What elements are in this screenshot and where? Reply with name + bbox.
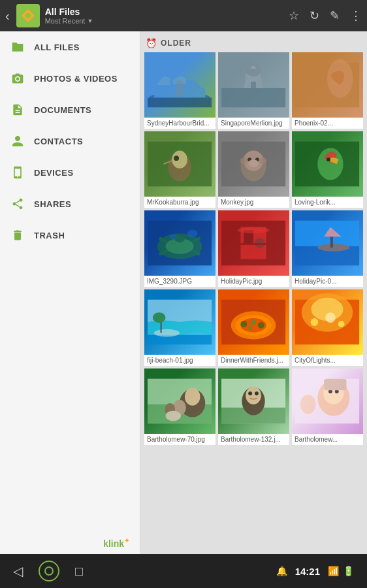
refresh-button[interactable]: ↻ [310, 8, 319, 23]
bottom-nav-icons: ◁ □ [13, 561, 83, 581]
file-label-11: CityOfLights... [292, 355, 363, 366]
status-area: 🔔 14:21 📶 🔋 [276, 566, 354, 577]
file-item-2[interactable]: Phoenix-02... [292, 52, 363, 129]
thumbnail-1 [218, 52, 289, 118]
file-label-10: DinnerWithFriends.j... [218, 355, 289, 366]
sidebar-item-documents[interactable]: DOCUMENTS [0, 94, 140, 125]
file-label-2: Phoenix-02... [292, 118, 363, 129]
sidebar-item-contacts[interactable]: CONTACTS [0, 125, 140, 157]
notification-area: 🔔 [276, 566, 287, 576]
section-label: OLDER [161, 39, 191, 48]
svg-point-22 [259, 157, 267, 164]
svg-rect-5 [177, 80, 184, 97]
file-label-3: MrKookaburra.jpg [144, 197, 215, 208]
svg-point-81 [300, 395, 316, 414]
thumbnail-13 [218, 368, 289, 434]
svg-point-59 [311, 318, 319, 326]
svg-rect-6 [221, 88, 285, 107]
sidebar-label-all-files: ALL FILES [34, 42, 80, 52]
sidebar-item-photos-videos[interactable]: PHOTOS & VIDEOS [0, 63, 140, 94]
top-bar: ‹ All Files Most Recent ▼ ☆ ↻ ✎ ⋮ [0, 0, 367, 31]
sidebar-label-trash: TRASH [34, 231, 65, 240]
sidebar-label-photos: PHOTOS & VIDEOS [34, 74, 118, 84]
file-item-0[interactable]: SydneyHarbourBrid... [144, 52, 215, 129]
sidebar-item-all-files[interactable]: ALL FILES [0, 31, 140, 63]
svg-point-60 [326, 312, 336, 323]
sidebar-item-trash[interactable]: TRASH [0, 220, 140, 251]
file-label-12: Bartholomew-70.jpg [144, 434, 215, 445]
file-item-1[interactable]: SingaporeMerlion.jpg [218, 52, 289, 129]
svg-rect-36 [238, 243, 270, 245]
thumbnail-6 [144, 210, 215, 276]
notification-icon: 🔔 [276, 566, 287, 576]
svg-point-14 [174, 155, 180, 161]
sidebar: ALL FILES PHOTOS & VIDEOS DOCUMENTS [0, 31, 140, 554]
app-header: ‹ All Files Most Recent ▼ [5, 4, 289, 27]
svg-point-47 [153, 312, 166, 323]
app-logo-icon [19, 7, 37, 25]
thumbnail-3 [144, 131, 215, 197]
file-item-8[interactable]: HolidayPic-0... [292, 210, 363, 287]
file-label-4: Monkey.jpg [218, 197, 289, 208]
svg-rect-41 [330, 237, 333, 248]
file-label-8: HolidayPic-0... [292, 276, 363, 287]
file-item-5[interactable]: Loving-Lorik... [292, 131, 363, 208]
file-item-11[interactable]: CityOfLights... [292, 289, 363, 366]
file-item-6[interactable]: IMG_3290.JPG [144, 210, 215, 287]
thumbnail-10 [218, 289, 289, 355]
file-item-13[interactable]: Bartholomew-132.j... [218, 368, 289, 445]
file-label-7: HolidayPic.jpg [218, 276, 289, 287]
more-button[interactable]: ⋮ [350, 8, 362, 23]
file-item-10[interactable]: DinnerWithFriends.j... [218, 289, 289, 366]
file-label-1: SingaporeMerlion.jpg [218, 118, 289, 129]
file-item-3[interactable]: MrKookaburra.jpg [144, 131, 215, 208]
home-nav-button[interactable] [39, 561, 59, 581]
file-item-7[interactable]: HolidayPic.jpg [218, 210, 289, 287]
main-layout: ALL FILES PHOTOS & VIDEOS DOCUMENTS [0, 31, 367, 554]
file-item-4[interactable]: Monkey.jpg [218, 131, 289, 208]
file-label-9: fiji-beach-01.jpg [144, 355, 215, 366]
recent-nav-button[interactable]: □ [75, 564, 83, 579]
file-label-14: Bartholomew... [292, 434, 363, 445]
thumbnail-7 [218, 210, 289, 276]
thumbnail-8 [292, 210, 363, 276]
clock: 14:21 [295, 566, 320, 577]
sidebar-footer: klink✦ [0, 532, 140, 554]
sidebar-item-shares[interactable]: SHARES [0, 188, 140, 220]
back-nav-button[interactable]: ◁ [13, 563, 23, 579]
svg-rect-44 [148, 335, 212, 345]
file-item-9[interactable]: fiji-beach-01.jpg [144, 289, 215, 366]
svg-point-30 [170, 234, 178, 239]
file-area: ⏰ OLDER SydneyHarbourBrid... [140, 31, 367, 554]
svg-point-55 [249, 326, 253, 330]
svg-point-72 [246, 386, 262, 404]
svg-point-61 [338, 321, 345, 327]
section-header: ⏰ OLDER [144, 35, 363, 52]
camera-icon [10, 71, 25, 86]
thumbnail-12 [144, 368, 215, 434]
edit-button[interactable]: ✎ [330, 8, 340, 23]
svg-point-74 [255, 391, 259, 395]
sidebar-label-shares: SHARES [34, 199, 71, 209]
file-grid: SydneyHarbourBrid... SingaporeMerlion.jp… [144, 52, 363, 445]
svg-point-45 [154, 329, 180, 337]
svg-point-65 [185, 387, 200, 405]
top-bar-actions: ☆ ↻ ✎ ⋮ [289, 8, 362, 23]
back-button[interactable]: ‹ [5, 8, 10, 24]
file-label-0: SydneyHarbourBrid... [144, 118, 215, 129]
file-item-12[interactable]: Bartholomew-70.jpg [144, 368, 215, 445]
file-item-14[interactable]: Bartholomew... [292, 368, 363, 445]
app-title-block: All Files Most Recent ▼ [45, 7, 93, 25]
thumbnail-14 [292, 368, 363, 434]
svg-rect-4 [148, 98, 212, 108]
file-label-5: Loving-Lorik... [292, 197, 363, 208]
sidebar-item-devices[interactable]: DEVICES [0, 157, 140, 188]
bottom-bar: ◁ □ 🔔 14:21 📶 🔋 [0, 554, 367, 588]
battery-icon: 🔋 [343, 566, 354, 576]
trash-icon [10, 228, 25, 242]
klink-logo: klink✦ [103, 537, 129, 549]
home-icon [44, 566, 54, 576]
svg-point-73 [249, 391, 253, 395]
sidebar-label-contacts: CONTACTS [34, 137, 83, 146]
star-button[interactable]: ☆ [289, 8, 299, 23]
